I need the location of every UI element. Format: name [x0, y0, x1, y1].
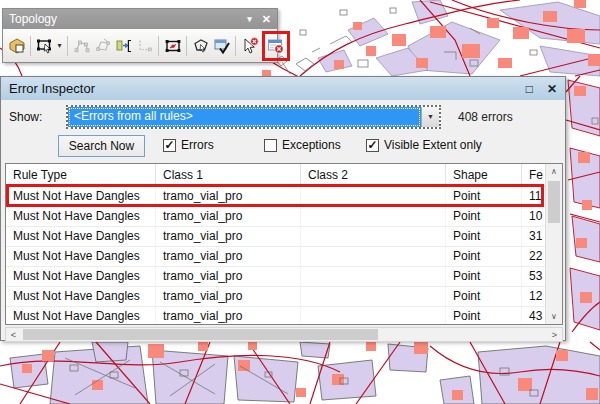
construct-features-icon [73, 37, 91, 55]
column-header-class-2[interactable]: Class 2 [301, 164, 446, 186]
cell-rule-type: Must Not Have Dangles [6, 307, 156, 324]
separator [235, 36, 236, 56]
table-row[interactable]: Must Not Have Dangles tramo_vial_pro Poi… [6, 207, 546, 227]
show-label: Show: [9, 110, 66, 124]
map-topology-button[interactable] [6, 35, 27, 57]
modify-edge-icon [94, 37, 112, 55]
scroll-right-icon[interactable]: > [547, 328, 562, 341]
table-row[interactable]: Must Not Have Dangles tramo_vial_pro Poi… [6, 287, 546, 307]
cell-class-1: tramo_vial_pro [156, 247, 301, 266]
maximize-icon[interactable]: □ [526, 83, 533, 95]
validate-entire-topology-button[interactable] [211, 35, 232, 57]
validate-topology-in-current-extent-button[interactable] [190, 35, 211, 57]
toolbar-options-dropdown-icon[interactable]: ▾ [247, 15, 252, 24]
error-inspector-panel: Error Inspector □ ✕ Show: <Errors from a… [0, 76, 566, 341]
validate-topology-in-specified-area-button[interactable] [162, 35, 183, 57]
checkbox-label: Visible Extent only [384, 138, 482, 152]
cell-class-2 [301, 287, 446, 306]
table-header: Rule Type Class 1 Class 2 Shape Fe [6, 164, 546, 187]
cell-fe: 31 [522, 227, 546, 246]
column-header-class-1[interactable]: Class 1 [156, 164, 301, 186]
cell-class-1: tramo_vial_pro [156, 287, 301, 306]
table-row[interactable]: Must Not Have Dangles tramo_vial_pro Poi… [6, 187, 546, 207]
table-row[interactable]: Must Not Have Dangles tramo_vial_pro Poi… [6, 307, 546, 324]
cell-class-1: tramo_vial_pro [156, 207, 301, 226]
split-features-button[interactable] [113, 35, 134, 57]
cell-class-2 [301, 267, 446, 286]
checkbox-box: ✓ [366, 139, 379, 152]
cell-fe: 43 [522, 307, 546, 324]
checkbox-box [264, 139, 277, 152]
cell-class-1: tramo_vial_pro [156, 267, 301, 286]
dropdown-arrow-icon[interactable]: ▼ [421, 107, 439, 127]
validate-entire-topology-icon [213, 37, 231, 55]
topology-edit-dropdown-icon[interactable]: ▾ [55, 35, 64, 57]
fix-topology-error-tool-icon [241, 37, 259, 55]
close-icon[interactable]: ✕ [547, 83, 557, 95]
show-rules-dropdown[interactable]: <Errors from all rules> ▼ [66, 105, 441, 129]
errors-checkbox[interactable]: ✓ Errors [163, 138, 214, 152]
show-rules-dropdown-value: <Errors from all rules> [68, 107, 421, 127]
separator [158, 36, 159, 56]
exceptions-checkbox[interactable]: Exceptions [264, 138, 341, 152]
table-row[interactable]: Must Not Have Dangles tramo_vial_pro Poi… [6, 267, 546, 287]
table-body: Must Not Have Dangles tramo_vial_pro Poi… [6, 187, 546, 324]
cell-class-2 [301, 187, 446, 206]
cell-shape: Point [446, 307, 522, 324]
horizontal-scrollbar[interactable]: < > [5, 327, 563, 342]
cell-fe: 53 [522, 267, 546, 286]
toolbar-annotation-rectangle [262, 31, 290, 61]
visible-extent-only-checkbox[interactable]: ✓ Visible Extent only [366, 138, 482, 152]
map-topology-icon [8, 37, 26, 55]
column-header-fe[interactable]: Fe [522, 164, 546, 186]
cell-fe: 12 [522, 287, 546, 306]
validate-topology-in-current-extent-icon [192, 37, 210, 55]
topology-tools-row: ▾ [3, 29, 277, 62]
cell-shape: Point [446, 207, 522, 226]
scroll-up-icon[interactable]: ∧ [546, 164, 562, 179]
error-inspector-button[interactable] [266, 35, 287, 57]
separator [67, 36, 68, 56]
table-row[interactable]: Must Not Have Dangles tramo_vial_pro Poi… [6, 247, 546, 267]
validate-topology-in-specified-area-icon [164, 37, 182, 55]
column-header-rule-type[interactable]: Rule Type [6, 164, 156, 186]
separator [30, 36, 31, 56]
topology-edit-tool-icon [36, 37, 54, 55]
topology-edit-tool-button[interactable] [34, 35, 55, 57]
scroll-down-icon[interactable]: ∨ [546, 309, 562, 324]
topology-title: Topology [9, 12, 237, 26]
column-header-shape[interactable]: Shape [446, 164, 522, 186]
checkbox-label: Errors [181, 138, 214, 152]
scroll-left-icon[interactable]: < [6, 328, 21, 341]
topology-titlebar[interactable]: Topology ▾ ✕ [3, 9, 277, 29]
shared-features-button [134, 35, 155, 57]
topology-close-icon[interactable]: ✕ [262, 14, 271, 25]
vertical-scrollbar-thumb[interactable] [548, 181, 560, 223]
error-count-label: 408 errors [458, 110, 513, 124]
error-inspector-icon [267, 37, 285, 55]
separator [186, 36, 187, 56]
cell-class-2 [301, 247, 446, 266]
checkbox-label: Exceptions [282, 138, 341, 152]
cell-class-1: tramo_vial_pro [156, 187, 301, 206]
search-now-button[interactable]: Search Now [58, 135, 145, 157]
cell-class-1: tramo_vial_pro [156, 307, 301, 324]
horizontal-scrollbar-thumb[interactable] [23, 329, 378, 340]
cell-class-2 [301, 227, 446, 246]
cell-rule-type: Must Not Have Dangles [6, 207, 156, 226]
cell-class-2 [301, 307, 446, 324]
cell-rule-type: Must Not Have Dangles [6, 227, 156, 246]
fix-topology-error-tool-button[interactable] [239, 35, 260, 57]
shared-features-icon [136, 37, 154, 55]
cell-class-2 [301, 207, 446, 226]
error-inspector-titlebar[interactable]: Error Inspector □ ✕ [1, 77, 565, 100]
show-row: Show: <Errors from all rules> ▼ 408 erro… [1, 100, 565, 133]
table-row[interactable]: Must Not Have Dangles tramo_vial_pro Poi… [6, 227, 546, 247]
cell-shape: Point [446, 247, 522, 266]
cell-fe: 22 [522, 247, 546, 266]
cell-fe: 11 [522, 187, 546, 206]
vertical-scrollbar[interactable]: ∧ ∨ [545, 164, 562, 324]
modify-edge-button [92, 35, 113, 57]
error-inspector-title: Error Inspector [9, 81, 512, 96]
cell-rule-type: Must Not Have Dangles [6, 287, 156, 306]
